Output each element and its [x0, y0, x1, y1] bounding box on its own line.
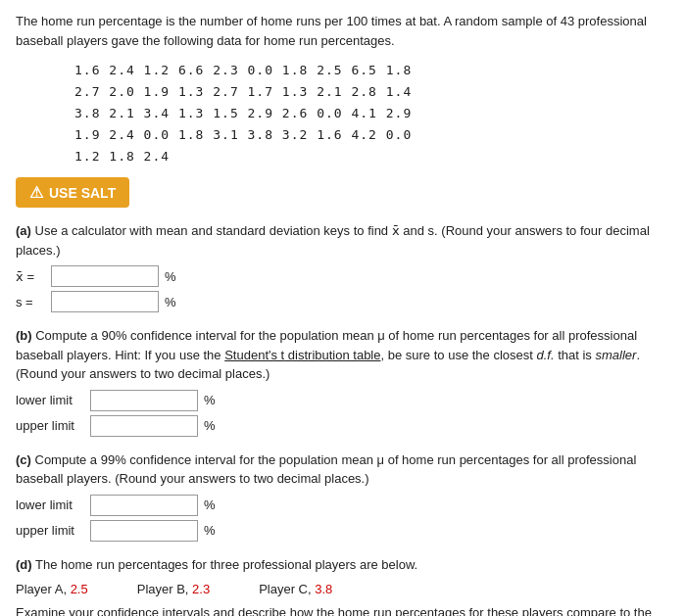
x-bar-row: x̄ = %	[16, 265, 670, 287]
section-d: (d) The home run percentages for three p…	[16, 555, 670, 616]
x-bar-input[interactable]	[51, 265, 159, 287]
section-b-label: (b)	[16, 328, 32, 343]
use-salt-label: USE SALT	[49, 185, 116, 201]
data-table: 1.6 2.4 1.2 6.6 2.3 0.0 1.8 2.5 6.5 1.8 …	[74, 60, 670, 167]
b-upper-pct: %	[204, 416, 216, 436]
b-upper-label: upper limit	[16, 416, 84, 436]
x-bar-label: x̄ =	[16, 267, 45, 287]
data-row-3: 3.8 2.1 3.4 1.3 1.5 2.9 2.6 0.0 4.1 2.9	[74, 103, 670, 124]
section-b: (b) Compute a 90% confidence interval fo…	[16, 326, 670, 437]
section-c: (c) Compute a 99% confidence interval fo…	[16, 450, 670, 542]
section-a-label: (a)	[16, 223, 31, 238]
data-row-2: 2.7 2.0 1.9 1.3 2.7 1.7 1.3 2.1 2.8 1.4	[74, 81, 670, 103]
section-d-label: (d)	[16, 557, 32, 572]
b-upper-row: upper limit %	[16, 415, 670, 437]
player-a-value: 2.5	[71, 582, 88, 596]
c-lower-label: lower limit	[16, 496, 84, 515]
player-b: Player B, 2.3	[137, 580, 210, 599]
c-lower-input[interactable]	[90, 495, 198, 516]
section-d-intro-text: The home run percentages for three profe…	[35, 557, 417, 572]
players-line: Player A, 2.5 Player B, 2.3 Player C, 3.…	[16, 580, 670, 599]
c-upper-input[interactable]	[90, 520, 198, 542]
section-c-text: (c) Compute a 99% confidence interval fo…	[16, 450, 670, 489]
c-lower-pct: %	[204, 496, 216, 515]
player-a: Player A, 2.5	[16, 580, 88, 599]
s-label: s =	[16, 293, 45, 312]
c-upper-pct: %	[204, 521, 216, 541]
b-lower-row: lower limit %	[16, 390, 670, 411]
examine-text: Examine your confidence intervals and de…	[16, 603, 670, 616]
data-row-5: 1.2 1.8 2.4	[74, 146, 670, 167]
section-b-text: (b) Compute a 90% confidence interval fo…	[16, 326, 670, 384]
c-upper-label: upper limit	[16, 521, 84, 541]
c-lower-row: lower limit %	[16, 495, 670, 516]
b-upper-input[interactable]	[90, 415, 198, 437]
intro-text: The home run percentage is the number of…	[16, 12, 670, 50]
s-row: s = %	[16, 291, 670, 312]
player-c: Player C, 3.8	[259, 580, 332, 599]
alert-icon: ⚠	[29, 183, 43, 202]
section-a-text: (a) Use a calculator with mean and stand…	[16, 221, 670, 260]
c-upper-row: upper limit %	[16, 520, 670, 542]
player-b-value: 2.3	[192, 582, 210, 596]
x-bar-pct: %	[165, 267, 176, 287]
section-c-label: (c)	[16, 452, 31, 467]
data-row-4: 1.9 2.4 0.0 1.8 3.1 3.8 3.2 1.6 4.2 0.0	[74, 124, 670, 146]
section-a: (a) Use a calculator with mean and stand…	[16, 221, 670, 312]
b-lower-pct: %	[204, 391, 216, 410]
use-salt-button[interactable]: ⚠ USE SALT	[16, 177, 129, 208]
t-dist-link[interactable]: Student's t distribution table	[224, 348, 380, 362]
b-lower-input[interactable]	[90, 390, 198, 411]
s-pct: %	[165, 293, 176, 312]
data-row-1: 1.6 2.4 1.2 6.6 2.3 0.0 1.8 2.5 6.5 1.8	[74, 60, 670, 81]
player-c-value: 3.8	[315, 582, 332, 596]
s-input[interactable]	[51, 291, 159, 312]
b-lower-label: lower limit	[16, 391, 84, 410]
section-d-intro: (d) The home run percentages for three p…	[16, 555, 670, 575]
